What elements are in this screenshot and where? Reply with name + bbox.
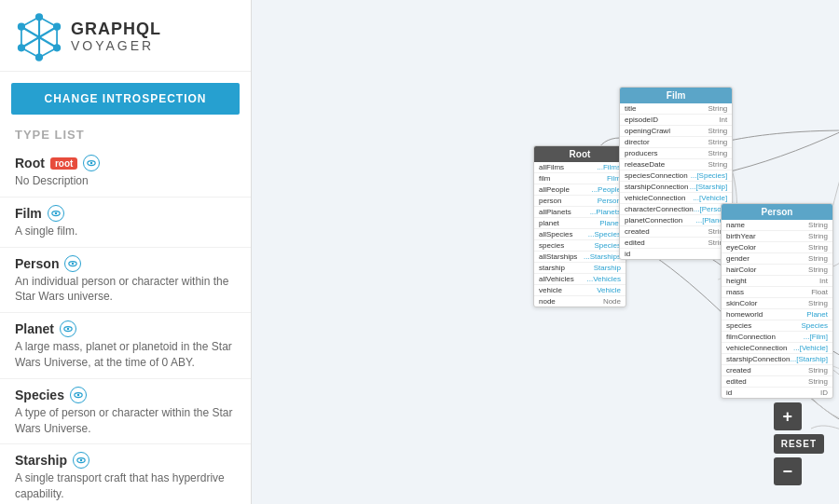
type-item-species: Species A type of person or character wi… [0,379,251,445]
svg-point-13 [55,212,58,215]
sidebar: GRAPHQL VOYAGER CHANGE INTROSPECTION Typ… [0,0,252,504]
graph-card-row: allFilms...Films [534,162,626,173]
graph-card-row: allPeople...People [534,184,626,196]
zoom-out-button[interactable]: − [774,457,802,485]
reset-button[interactable]: RESET [774,434,824,454]
eye-icon-film[interactable] [48,205,64,222]
svg-point-19 [77,394,80,397]
type-name-film[interactable]: Film [15,206,42,221]
type-item-starship: Starship A single transport craft that h… [0,444,251,504]
eye-icon-starship[interactable] [73,452,89,469]
graph-card-film-header: Film [620,88,732,103]
svg-point-11 [90,162,93,165]
eye-icon-person[interactable] [64,255,81,272]
graph-card-row: planetPlanet [534,218,626,229]
graph-card-person-header: Person [722,204,832,220]
graph-card-row: starshipStarship [534,263,626,274]
svg-point-7 [36,55,42,61]
svg-point-6 [54,45,60,50]
type-desc-root: No Description [15,173,236,189]
graph-card-row: personPerson [534,196,626,207]
graph-canvas[interactable]: Root allFilms...Films filmFilm allPeople… [252,0,839,504]
type-desc-species: A type of person or character within the… [15,405,236,437]
logo-voyager: VOYAGER [71,39,161,53]
svg-point-5 [54,24,60,30]
svg-point-9 [19,24,24,30]
type-name-planet[interactable]: Planet [15,321,54,336]
type-desc-planet: A large mass, planet or planetoid in the… [15,339,236,371]
change-introspection-button[interactable]: CHANGE INTROSPECTION [11,83,240,115]
svg-point-15 [72,262,75,265]
graphql-logo-icon [15,13,63,61]
type-desc-film: A single film. [15,224,236,239]
graph-card-row: filmFilm [534,173,626,184]
type-item-film: Film A single film. [0,198,251,248]
graph-card-row: vehicleVehicle [534,285,626,296]
type-item-planet: Planet A large mass, planet or planetoid… [0,313,251,379]
type-list-label: Type List [0,115,251,147]
eye-icon-root[interactable] [83,155,100,171]
zoom-controls: + RESET − [774,402,824,485]
graph-card-row: allStarships...Starships [534,252,626,263]
type-name-person[interactable]: Person [15,256,59,271]
graph-card-row: allSpecies...Species [534,229,626,240]
graph-card-root[interactable]: Root allFilms...Films filmFilm allPeople… [533,145,626,307]
graph-card-row: nodeNode [534,296,626,306]
eye-icon-species[interactable] [70,387,87,403]
logo-text: GRAPHQL VOYAGER [71,20,161,53]
eye-icon-planet[interactable] [60,320,76,337]
graph-card-row: allVehicles...Vehicles [534,274,626,285]
type-item-root: Root root No Description [0,147,251,198]
type-desc-starship: A single transport craft that has hyperd… [15,470,236,502]
svg-point-17 [67,328,70,331]
zoom-in-button[interactable]: + [774,402,802,430]
type-item-person: Person An individual person or character… [0,248,251,314]
graph-card-person[interactable]: Person nameString birthYearString eyeCol… [721,203,833,399]
type-name-starship[interactable]: Starship [15,453,67,468]
type-desc-person: An individual person or character within… [15,274,236,306]
graph-card-row: allPlanets...Planets [534,207,626,218]
type-name-root[interactable]: Root [15,156,45,170]
logo-area: GRAPHQL VOYAGER [0,0,251,72]
graph-card-film[interactable]: Film titleString episodeIDInt openingCra… [619,87,733,260]
graph-card-row: speciesSpecies [534,240,626,252]
svg-point-4 [36,14,42,20]
type-name-species[interactable]: Species [15,388,64,402]
root-badge: root [50,157,77,170]
svg-point-8 [19,45,24,50]
logo-graphql: GRAPHQL [71,20,161,39]
svg-point-21 [80,459,83,462]
graph-card-root-header: Root [534,146,626,162]
